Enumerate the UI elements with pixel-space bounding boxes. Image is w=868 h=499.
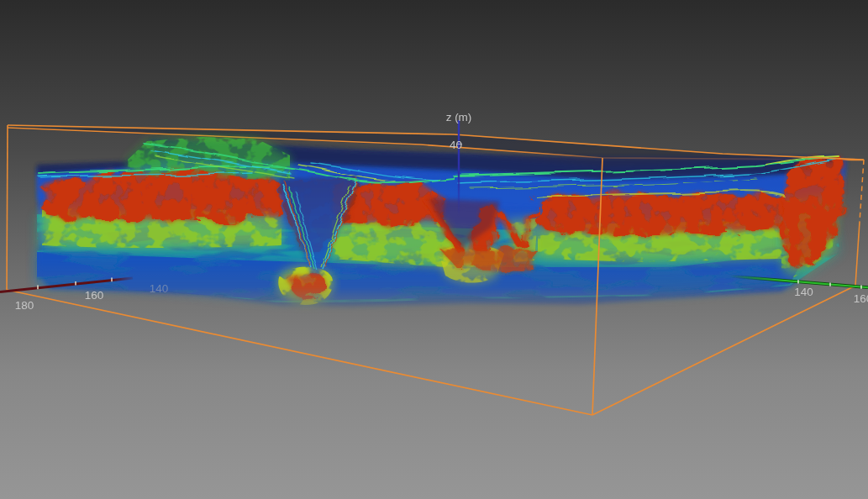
bounding-box-right-edge-hidden bbox=[860, 160, 864, 222]
bounding-box-bottom-left-edge bbox=[7, 290, 592, 415]
y-axis-tick-160: 160 bbox=[854, 292, 868, 305]
volume-render-canvas[interactable]: z (m) 40 180 160 140 140 160 bbox=[0, 0, 868, 499]
bounding-box-bottom-right-edge bbox=[592, 286, 855, 415]
z-axis-title: z (m) bbox=[446, 111, 472, 123]
z-axis-tick-40: 40 bbox=[450, 139, 462, 151]
bounding-box-left-edge bbox=[7, 125, 8, 290]
x-axis-tick-180: 180 bbox=[15, 299, 34, 312]
bounding-box-right-edge bbox=[855, 222, 860, 286]
3d-viewport[interactable]: z (m) 40 180 160 140 140 160 bbox=[0, 0, 868, 499]
x-axis-tick-140: 140 bbox=[150, 282, 169, 295]
x-axis-tick-160: 160 bbox=[85, 289, 104, 302]
y-axis-tick-140: 140 bbox=[794, 286, 813, 298]
